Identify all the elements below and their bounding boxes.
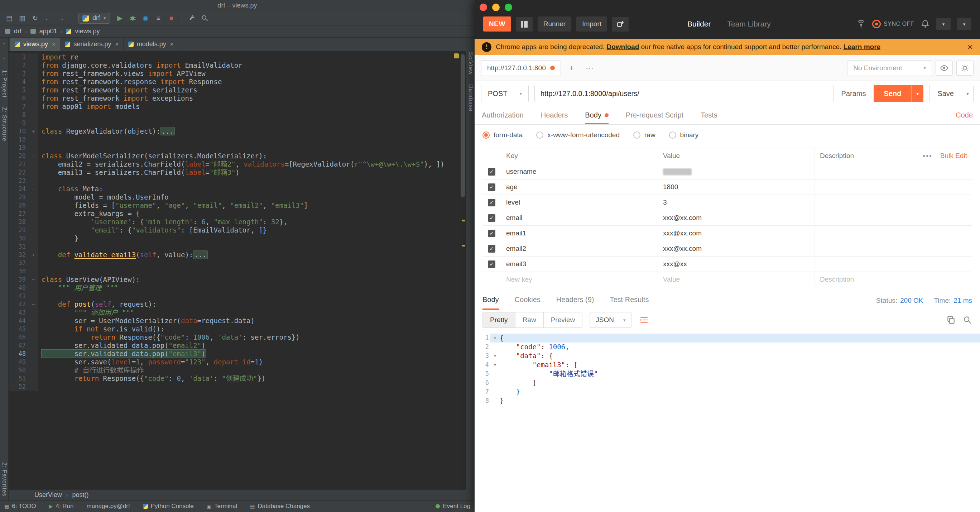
radio-x-www-form-urlencoded[interactable]: x-www-form-urlencoded	[536, 131, 620, 139]
key-cell[interactable]: age	[501, 180, 658, 195]
fold-marker[interactable]: −	[29, 152, 38, 160]
tab-test-results[interactable]: Test Results	[609, 291, 649, 310]
fold-marker[interactable]: −	[29, 276, 38, 284]
environment-select[interactable]: No Environment ▾	[847, 60, 932, 76]
column-options-icon[interactable]: •••	[923, 152, 932, 160]
more-tabs-button[interactable]: ⋯	[582, 61, 597, 75]
code-line-10[interactable]: 10+class RegexValidator(object):...	[9, 127, 466, 136]
code-line-40[interactable]: 40 """ 用户管理 """	[9, 284, 466, 292]
response-body-viewer[interactable]: 1▾{2 "code": 1006,3▾ "data": {4▾ "email3…	[475, 330, 980, 512]
code-line-48[interactable]: 48 ser.validated_data.pop("email3")	[9, 350, 466, 358]
nav-builder[interactable]: Builder	[687, 20, 711, 28]
run-icon[interactable]: ▶	[114, 13, 126, 24]
code-line-52[interactable]: 52	[9, 383, 466, 391]
key-cell[interactable]: email3	[501, 257, 658, 271]
close-icon[interactable]: ×	[170, 41, 173, 48]
tab-pre-request-script[interactable]: Pre-request Script	[626, 106, 683, 124]
code-line-30[interactable]: 30 }	[9, 234, 466, 242]
description-cell[interactable]	[815, 164, 972, 179]
code-line-45[interactable]: 45 if not ser.is_valid():	[9, 325, 466, 333]
tab-body[interactable]: Body	[585, 106, 609, 124]
response-fold-icon[interactable]: ▾	[490, 351, 500, 360]
code-line-32[interactable]: 32+ def validate_email3(self, value):...	[9, 251, 466, 259]
close-icon[interactable]: ×	[115, 41, 118, 48]
tool-window-icon[interactable]: ▫	[3, 41, 5, 46]
run-config-select[interactable]: drf ▾	[78, 13, 110, 24]
tab-cookies[interactable]: Cookies	[515, 291, 541, 310]
fold-marker[interactable]: −	[29, 185, 38, 193]
params-button[interactable]: Params	[839, 89, 868, 98]
row-checkbox[interactable]: ✓	[482, 210, 501, 225]
tab-views-py[interactable]: views.py ×	[10, 38, 60, 51]
new-button[interactable]: NEW	[483, 16, 511, 32]
row-checkbox[interactable]: ✓	[482, 257, 501, 271]
pretty-button[interactable]: Pretty	[483, 313, 515, 327]
breadcrumb-item[interactable]: views.py	[75, 27, 100, 35]
radio-form-data[interactable]: form-data	[482, 131, 523, 139]
response-fold-icon[interactable]: ▾	[490, 333, 500, 343]
sidebar-item-favorites[interactable]: 2: Favorites	[1, 462, 8, 497]
save-button[interactable]: Save ▾	[929, 85, 974, 102]
key-cell[interactable]: username	[501, 164, 658, 179]
key-cell[interactable]: email	[501, 210, 658, 225]
save-all-icon[interactable]: ▥	[16, 13, 28, 24]
description-cell[interactable]	[815, 241, 972, 256]
radio-raw[interactable]: raw	[633, 131, 655, 139]
code-line-44[interactable]: 44 ser = UserModelSerializer(data=reques…	[9, 317, 466, 325]
download-link[interactable]: Download	[606, 43, 639, 51]
warning-stripe-mark[interactable]	[462, 245, 465, 247]
key-cell[interactable]: level	[501, 195, 658, 210]
value-cell[interactable]: xxx@xx.com	[658, 210, 815, 225]
code-line-23[interactable]: 23	[9, 177, 466, 185]
new-description-input[interactable]: Description	[815, 272, 972, 287]
breadcrumb-item[interactable]: drf	[14, 27, 21, 35]
value-cell[interactable]: xxx@xx.com	[658, 241, 815, 256]
pycharm-titlebar[interactable]: drf – views.py	[0, 0, 475, 11]
sidebar-item-structure[interactable]: Z: Structure	[1, 107, 8, 142]
row-checkbox[interactable]: ✓	[482, 241, 501, 256]
user-menu-button[interactable]: ▾	[936, 18, 951, 30]
code-line-31[interactable]: 31	[9, 242, 466, 251]
code-line-46[interactable]: 46 return Response({"code": 1006, 'data'…	[9, 333, 466, 341]
statusbar-terminal[interactable]: ▣ Terminal	[207, 503, 237, 510]
code-line-51[interactable]: 51 return Response({"code": 0, 'data': "…	[9, 375, 466, 383]
tab-tests[interactable]: Tests	[701, 106, 718, 124]
code-line-25[interactable]: 25 model = models.UserInfo	[9, 193, 466, 201]
copy-icon[interactable]	[946, 315, 956, 325]
tab-authorization[interactable]: Authorization	[482, 106, 524, 124]
save-options-caret[interactable]: ▾	[962, 85, 973, 102]
bell-icon[interactable]	[921, 19, 930, 29]
sync-status[interactable]: SYNC OFF	[872, 20, 914, 28]
search-icon[interactable]	[963, 315, 972, 325]
breadcrumb-item[interactable]: post()	[72, 491, 89, 499]
breadcrumb-item[interactable]: app01	[40, 27, 57, 35]
telemetry-icon[interactable]	[856, 19, 866, 29]
code-line-39[interactable]: 39−class UserView(APIView):	[9, 276, 466, 284]
statusbar-run[interactable]: ▶ 4: Run	[49, 503, 74, 510]
code-line-24[interactable]: 24− class Meta:	[9, 185, 466, 193]
sidebar-item-database[interactable]: Database	[468, 84, 474, 112]
send-button[interactable]: Send ▾	[873, 85, 923, 102]
code-line-18[interactable]: 18	[9, 136, 466, 144]
sync-icon[interactable]: ↻	[29, 13, 41, 24]
fold-marker[interactable]: +	[29, 127, 38, 136]
method-select[interactable]: POST ▾	[481, 85, 529, 102]
minimize-window-button[interactable]	[492, 3, 500, 11]
code-line-8[interactable]: 8	[9, 111, 466, 119]
layout-toggle-button[interactable]	[516, 17, 533, 32]
row-checkbox[interactable]: ✓	[482, 164, 501, 179]
code-line-49[interactable]: 49 ser.save(level=1, password="123", dep…	[9, 358, 466, 366]
debug-bug-icon[interactable]	[127, 13, 138, 24]
code-line-19[interactable]: 19	[9, 144, 466, 152]
breadcrumb-item[interactable]: UserView	[34, 491, 62, 499]
code-line-5[interactable]: 5from rest_framework import serializers	[9, 86, 466, 94]
description-cell[interactable]	[815, 257, 972, 271]
key-cell[interactable]: email1	[501, 226, 658, 241]
inspections-indicator[interactable]	[454, 53, 459, 58]
tab-response-body[interactable]: Body	[482, 291, 499, 310]
code-line-43[interactable]: 43 """ 添加用户 """	[9, 308, 466, 317]
value-cell[interactable]: 3	[658, 195, 815, 210]
row-checkbox[interactable]: ✓	[482, 226, 501, 241]
code-line-1[interactable]: 1import re	[9, 53, 466, 61]
close-window-button[interactable]	[480, 3, 487, 11]
